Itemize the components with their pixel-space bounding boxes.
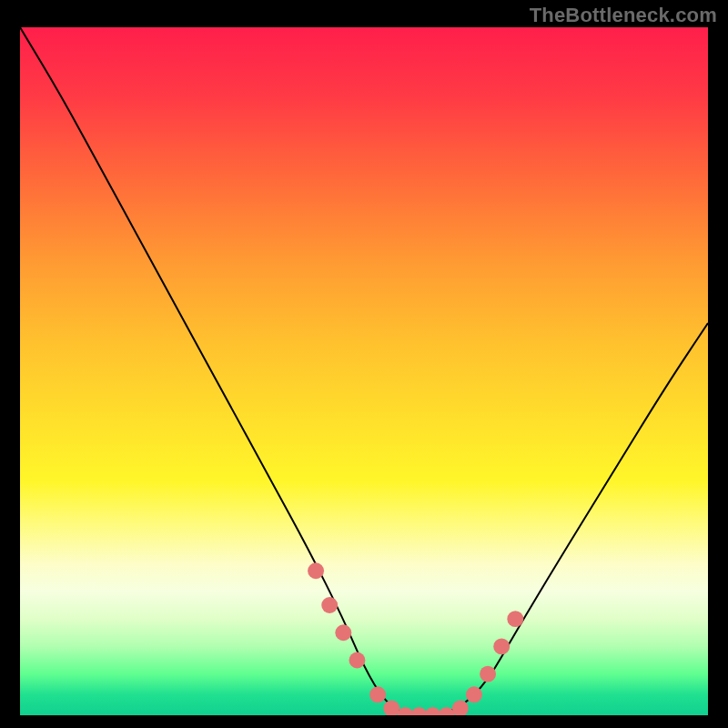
highlight-dot — [411, 707, 428, 715]
highlight-dot — [493, 638, 510, 654]
chart-svg — [20, 27, 708, 715]
highlight-dot — [369, 686, 386, 703]
highlight-dot — [480, 666, 496, 682]
highlight-dot — [308, 562, 324, 579]
highlight-dot — [383, 700, 399, 715]
chart-plot-area — [20, 27, 708, 715]
highlight-dot — [321, 597, 338, 613]
chart-frame — [18, 25, 710, 717]
highlight-dot — [349, 652, 365, 669]
bottleneck-curve — [20, 27, 708, 715]
highlight-dots-group — [308, 562, 523, 715]
highlight-dot — [425, 707, 441, 715]
watermark-text: TheBottleneck.com — [530, 4, 717, 27]
highlight-dot — [507, 611, 523, 627]
highlight-dot — [466, 686, 482, 703]
highlight-dot — [335, 624, 351, 641]
